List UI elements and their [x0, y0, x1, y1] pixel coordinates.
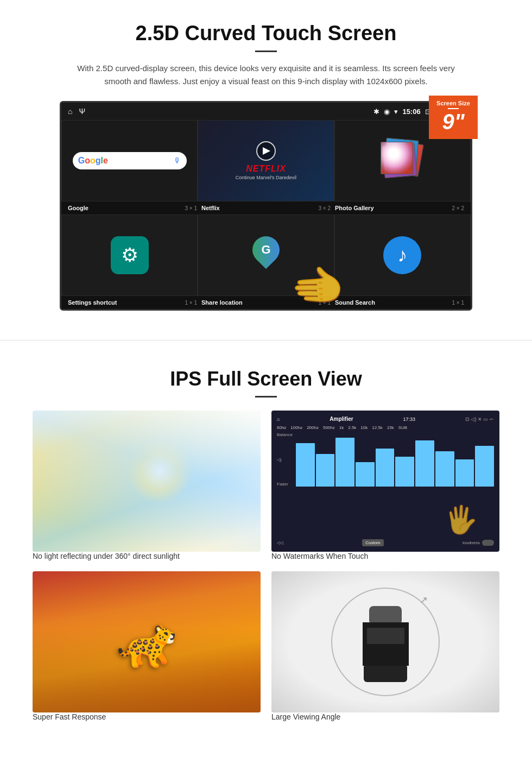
amp-balance-label: Balance — [277, 432, 293, 437]
wifi-icon: ▾ — [394, 108, 398, 116]
status-left: ⌂ Ψ — [68, 107, 85, 116]
section2-title: IPS Full Screen View — [33, 368, 499, 390]
section2-title-underline — [255, 396, 277, 398]
custom-button[interactable]: Custom — [362, 539, 384, 546]
status-bar: ⌂ Ψ ✱ ◉ ▾ 15:06 ⊡ ◁) ✕ ▭ — [61, 103, 471, 120]
app-grid-row2: ⚙ G 🫱 ♪ — [61, 215, 471, 296]
eq-bar-9 — [455, 459, 474, 487]
google-app-size: 3 × 1 — [185, 205, 197, 211]
cheetah-label: Super Fast Response — [33, 712, 261, 721]
amp-fader-label: Fader — [277, 482, 293, 487]
feature-amplifier: ⌂ Amplifier 17:33 ⊡ ◁) ✕ ▭ ⤺ 60hz100hz20… — [271, 411, 499, 560]
maps-pin: G — [247, 231, 286, 269]
eq-bar-10 — [475, 446, 494, 487]
eq-bars-container — [296, 432, 494, 487]
netflix-content: NETFLIX Continue Marvel's Daredevil — [236, 141, 296, 180]
eq-bar-6 — [395, 457, 414, 487]
car-image: ↗ — [271, 571, 499, 712]
eq-bar-4 — [356, 462, 375, 487]
loudness-toggle-pill[interactable] — [482, 540, 494, 546]
cheetah-image: 🐆 — [33, 571, 261, 712]
badge-label: Screen Size — [435, 100, 471, 106]
amp-title: Amplifier — [330, 416, 353, 422]
amp-home-icon: ⌂ — [277, 417, 280, 422]
features-grid: No light reflecting under 360° direct su… — [33, 411, 499, 721]
sunlight-label: No light reflecting under 360° direct su… — [33, 552, 261, 560]
google-app-name: Google — [68, 205, 88, 211]
google-label-cell: Google 3 × 1 — [66, 204, 199, 212]
settings-app-name: Settings shortcut — [68, 299, 117, 306]
gallery-app-size: 2 × 2 — [452, 205, 464, 211]
device-screen: ⌂ Ψ ✱ ◉ ▾ 15:06 ⊡ ◁) ✕ ▭ — [60, 101, 472, 311]
bluetooth-icon: ✱ — [373, 108, 379, 116]
feature-cheetah: 🐆 Super Fast Response — [33, 571, 261, 721]
netflix-play-button[interactable] — [256, 141, 276, 161]
google-app-cell[interactable]: Google 🎙 — [61, 120, 198, 201]
photo-card-4 — [381, 142, 413, 174]
eq-bar-2 — [316, 454, 335, 487]
share-app-name: Share location — [201, 299, 243, 306]
hand-overlay: 🫱 — [290, 261, 345, 311]
amp-side-labels: Balance ◁) Fader — [277, 432, 494, 487]
app-grid-row1: Google 🎙 NETFLIX Continue Marvel's Dared… — [61, 120, 471, 201]
car-label: Large Viewing Angle — [271, 712, 499, 721]
music-note-icon: ♪ — [397, 244, 407, 267]
netflix-app-name: Netflix — [201, 205, 220, 211]
eq-bar-3 — [335, 438, 354, 487]
car-cabin — [363, 622, 409, 666]
amp-icons: ⊡ ◁) ✕ ▭ ⤺ — [465, 417, 494, 422]
section-divider — [0, 340, 532, 340]
netflix-subtitle: Continue Marvel's Daredevil — [236, 175, 296, 180]
car-direction-arrow: ↗ — [420, 594, 428, 606]
maps-icon: G — [250, 236, 282, 274]
amp-balance-icon: ◁) — [277, 457, 293, 462]
sound-label-cell: Sound Search 1 × 1 — [333, 298, 466, 307]
badge-size: 9" — [435, 111, 471, 133]
car-roof-inner — [367, 628, 404, 644]
gear-icon: ⚙ — [121, 244, 138, 267]
eq-bar-7 — [415, 440, 434, 487]
amp-arrow-left: ◁◁ — [277, 540, 283, 545]
settings-app-cell[interactable]: ⚙ — [61, 215, 198, 296]
sunlight-image — [33, 411, 261, 552]
gallery-app-name: Photo Gallery — [335, 205, 374, 211]
status-time: 15:06 — [402, 108, 420, 116]
section-curved-touch: 2.5D Curved Touch Screen With 2.5D curve… — [0, 0, 532, 324]
photo-stack — [381, 139, 424, 182]
section-ips: IPS Full Screen View No light reflecting… — [0, 357, 532, 743]
amp-bottom-bar: ◁◁ Custom loudness — [277, 539, 494, 546]
sound-search-cell[interactable]: ♪ — [334, 215, 471, 296]
netflix-app-cell[interactable]: NETFLIX Continue Marvel's Daredevil — [198, 120, 334, 201]
eq-bar-5 — [376, 449, 395, 487]
maps-g-letter: G — [261, 243, 270, 257]
amplifier-image: ⌂ Amplifier 17:33 ⊡ ◁) ✕ ▭ ⤺ 60hz100hz20… — [271, 411, 499, 552]
settings-app-size: 1 × 1 — [185, 300, 197, 306]
feature-sunlight: No light reflecting under 360° direct su… — [33, 411, 261, 560]
feature-car: ↗ Large Viewing Angle — [271, 571, 499, 721]
device-mockup: Screen Size 9" ⌂ Ψ ✱ ◉ ▾ 15:06 ⊡ ◁) ✕ — [60, 101, 472, 311]
netflix-logo: NETFLIX — [236, 164, 296, 174]
section1-title: 2.5D Curved Touch Screen — [33, 22, 499, 45]
amplifier-label: No Watermarks When Touch — [271, 552, 499, 560]
home-icon[interactable]: ⌂ — [68, 107, 72, 116]
cheetah-icon: 🐆 — [116, 614, 177, 671]
gallery-label-cell: Photo Gallery 2 × 2 — [333, 204, 466, 212]
usb-icon: Ψ — [79, 107, 85, 116]
share-location-cell[interactable]: G 🫱 — [198, 215, 334, 296]
amp-header: ⌂ Amplifier 17:33 ⊡ ◁) ✕ ▭ ⤺ — [277, 416, 494, 422]
google-search-bar[interactable]: Google 🎙 — [73, 152, 187, 169]
netflix-label-cell: Netflix 3 × 2 — [199, 204, 333, 212]
loudness-control: loudness — [463, 540, 494, 546]
eq-bar-8 — [435, 451, 454, 487]
car-trunk — [364, 666, 407, 682]
loudness-label: loudness — [463, 540, 480, 545]
section1-description: With 2.5D curved-display screen, this de… — [76, 62, 456, 88]
netflix-app-size: 3 × 2 — [318, 205, 331, 211]
mic-icon: 🎙 — [174, 156, 181, 165]
hand-touch-icon: 🖐 — [444, 504, 478, 535]
play-triangle-icon — [263, 147, 270, 155]
title-underline — [255, 51, 277, 52]
app-label-row1: Google 3 × 1 Netflix 3 × 2 Photo Gallery… — [61, 201, 471, 215]
sound-app-size: 1 × 1 — [452, 300, 464, 306]
amp-freq-labels: 60hz100hz200hz500hz1k2.5k10k12.5k15kSUB — [277, 425, 494, 430]
